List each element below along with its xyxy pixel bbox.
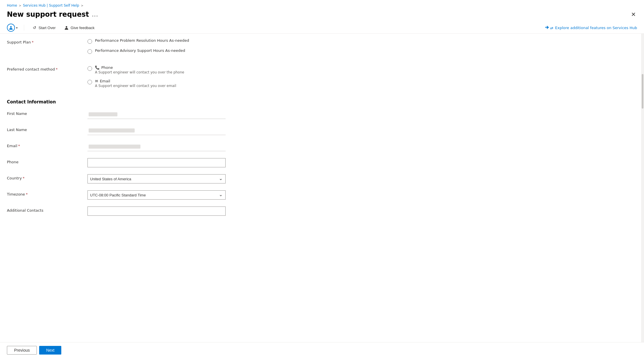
breadcrumb-sep-1: > xyxy=(19,4,21,7)
country-select-wrapper: United States of America xyxy=(87,174,226,183)
additional-contacts-content xyxy=(87,207,260,216)
additional-contacts-input[interactable] xyxy=(87,207,226,216)
contact-method-options: 📞 Phone A Support engineer will contact … xyxy=(87,65,260,92)
explore-label: Explore additional features on Services … xyxy=(555,26,637,30)
user-icon xyxy=(7,24,15,32)
country-select[interactable]: United States of America xyxy=(87,174,226,183)
page-header: New support request ... ✕ xyxy=(0,9,644,22)
phone-input[interactable] xyxy=(87,158,226,167)
contact-phone-desc: A Support engineer will contact you over… xyxy=(95,70,184,74)
start-over-button[interactable]: ↺ Start Over xyxy=(31,24,57,31)
preferred-contact-required: * xyxy=(56,67,58,71)
email-required: * xyxy=(18,144,20,148)
contact-email-radio[interactable] xyxy=(87,80,92,84)
first-name-content xyxy=(87,110,260,119)
email-field xyxy=(87,142,226,151)
give-feedback-icon xyxy=(64,25,69,30)
country-label: Country * xyxy=(7,174,87,180)
support-plan-options: Performance Problem Resolution Hours As-… xyxy=(87,38,260,58)
country-required: * xyxy=(23,176,25,180)
last-name-content xyxy=(87,126,260,135)
phone-content xyxy=(87,158,260,167)
email-row: Email * xyxy=(7,142,630,151)
close-button[interactable]: ✕ xyxy=(630,10,637,19)
phone-icon: 📞 xyxy=(95,65,100,70)
support-plan-radio-1[interactable] xyxy=(87,39,92,44)
scrollbar-track[interactable] xyxy=(641,34,644,342)
more-options-icon[interactable]: ... xyxy=(92,11,98,18)
country-row: Country * United States of America xyxy=(7,174,630,183)
contact-info-header: Contact Information xyxy=(7,99,630,105)
email-label: Email * xyxy=(7,142,87,148)
timezone-required: * xyxy=(26,192,28,196)
toolbar: ▾ ↺ Start Over Give feedback ⇄ Ex xyxy=(0,22,644,34)
contact-email-desc: A Support engineer will contact you over… xyxy=(95,84,176,88)
phone-label: Phone xyxy=(7,158,87,164)
support-plan-required: * xyxy=(32,40,34,44)
first-name-field xyxy=(87,110,226,119)
page-title: New support request xyxy=(7,10,89,18)
support-plan-label: Support Plan * xyxy=(7,38,87,44)
page-header-left: New support request ... xyxy=(7,10,98,18)
email-content xyxy=(87,142,260,151)
next-button[interactable]: Next xyxy=(39,346,61,355)
scrollbar-thumb[interactable] xyxy=(642,74,643,109)
contact-phone-option[interactable]: 📞 Phone A Support engineer will contact … xyxy=(87,65,260,74)
timezone-row: Timezone * UTC-08:00 Pacific Standard Ti… xyxy=(7,190,630,200)
give-feedback-button[interactable]: Give feedback xyxy=(62,24,96,31)
preferred-contact-row: Preferred contact method * 📞 Phone A Sup… xyxy=(7,65,630,92)
support-plan-label-1: Performance Problem Resolution Hours As-… xyxy=(95,38,189,43)
additional-contacts-row: Additional Contacts xyxy=(7,207,630,216)
timezone-select-wrapper: UTC-08:00 Pacific Standard Time xyxy=(87,190,226,200)
support-plan-row: Support Plan * Performance Problem Resol… xyxy=(7,38,630,58)
support-plan-option-2[interactable]: Performance Advisory Support Hours As-ne… xyxy=(87,48,260,54)
give-feedback-label: Give feedback xyxy=(71,26,94,30)
email-icon: ✉ xyxy=(95,79,98,83)
support-plan-option-1[interactable]: Performance Problem Resolution Hours As-… xyxy=(87,38,260,44)
support-plan-radio-2[interactable] xyxy=(87,49,92,54)
contact-phone-title: 📞 Phone xyxy=(95,65,184,70)
user-chevron-icon[interactable]: ▾ xyxy=(16,26,18,29)
contact-email-title: ✉ Email xyxy=(95,79,176,83)
footer: Previous Next xyxy=(0,342,644,358)
last-name-blurred xyxy=(89,128,135,132)
preferred-contact-label: Preferred contact method * xyxy=(7,65,87,71)
main-area: Support Plan * Performance Problem Resol… xyxy=(0,34,644,342)
contact-email-option[interactable]: ✉ Email A Support engineer will contact … xyxy=(87,79,260,88)
phone-row: Phone xyxy=(7,158,630,167)
breadcrumb-home[interactable]: Home xyxy=(7,3,17,7)
timezone-label: Timezone * xyxy=(7,190,87,196)
explore-icon: ⇄ xyxy=(545,25,553,30)
timezone-content: UTC-08:00 Pacific Standard Time xyxy=(87,190,260,200)
user-area[interactable]: ▾ xyxy=(7,24,18,32)
toolbar-divider xyxy=(24,25,24,31)
contact-phone-radio[interactable] xyxy=(87,66,92,71)
toolbar-left: ▾ ↺ Start Over Give feedback xyxy=(7,24,96,32)
previous-button[interactable]: Previous xyxy=(7,346,37,355)
start-over-icon: ↺ xyxy=(32,25,37,30)
first-name-label: First Name xyxy=(7,110,87,116)
breadcrumb-services-hub[interactable]: Services Hub | Support Self Help xyxy=(23,3,79,7)
breadcrumb-sep-2: > xyxy=(81,4,83,7)
email-blurred xyxy=(89,145,140,149)
last-name-label: Last Name xyxy=(7,126,87,132)
first-name-blurred xyxy=(89,112,117,116)
breadcrumb: Home > Services Hub | Support Self Help … xyxy=(0,0,644,9)
last-name-field xyxy=(87,126,226,135)
support-plan-label-2: Performance Advisory Support Hours As-ne… xyxy=(95,48,185,53)
first-name-row: First Name xyxy=(7,110,630,119)
timezone-select[interactable]: UTC-08:00 Pacific Standard Time xyxy=(87,190,226,200)
country-content: United States of America xyxy=(87,174,260,183)
additional-contacts-label: Additional Contacts xyxy=(7,207,87,213)
content-scroll: Support Plan * Performance Problem Resol… xyxy=(0,34,641,342)
explore-features-link[interactable]: ⇄ Explore additional features on Service… xyxy=(545,25,637,30)
last-name-row: Last Name xyxy=(7,126,630,135)
start-over-label: Start Over xyxy=(39,26,56,30)
